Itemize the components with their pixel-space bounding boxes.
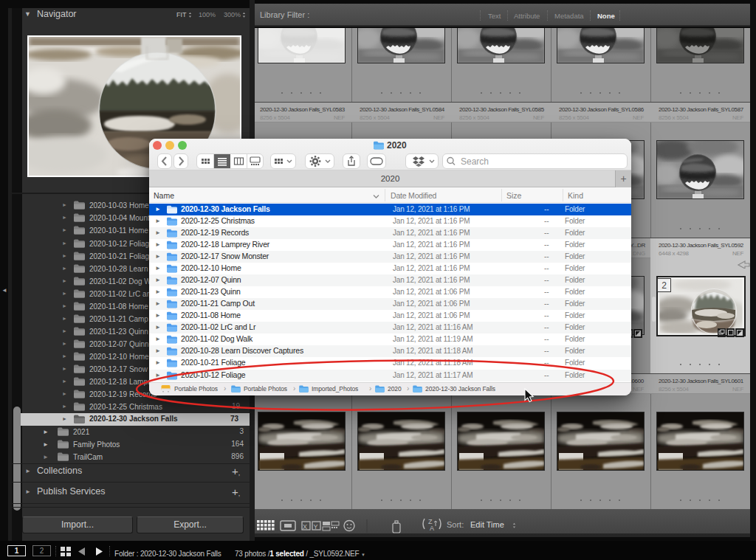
svg-text:Y: Y (314, 523, 318, 530)
svg-text:A: A (430, 525, 434, 532)
svg-text:X: X (303, 523, 307, 530)
